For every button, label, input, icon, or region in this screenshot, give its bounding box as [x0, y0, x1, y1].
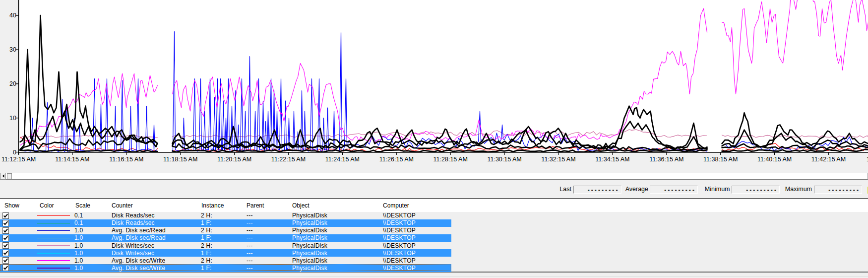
svg-text:11:14:15 AM: 11:14:15 AM: [55, 156, 89, 163]
svg-text:11:40:15 AM: 11:40:15 AM: [757, 156, 792, 163]
svg-text:11:12:15 AM: 11:12:15 AM: [1, 156, 36, 163]
svg-text:11:30:15 AM: 11:30:15 AM: [487, 156, 521, 163]
svg-text:20: 20: [9, 80, 16, 87]
svg-text:11:42:15 AM: 11:42:15 AM: [811, 156, 846, 163]
svg-text:0: 0: [13, 149, 16, 156]
svg-text:11:38:15 AM: 11:38:15 AM: [703, 156, 738, 163]
svg-text:11:36:15 AM: 11:36:15 AM: [649, 156, 683, 163]
svg-text:11:20:15 AM: 11:20:15 AM: [217, 156, 251, 163]
svg-text:11:34:15 AM: 11:34:15 AM: [595, 156, 629, 163]
svg-text:11:28:15 AM: 11:28:15 AM: [434, 156, 468, 163]
svg-text:30: 30: [9, 46, 16, 53]
svg-text:10: 10: [9, 115, 16, 122]
svg-text:11:18:15 AM: 11:18:15 AM: [163, 156, 197, 163]
svg-text:40: 40: [9, 12, 16, 19]
svg-text:11:26:15 AM: 11:26:15 AM: [379, 156, 414, 163]
svg-text:11:22:15 AM: 11:22:15 AM: [271, 156, 306, 163]
svg-text:11:32:15 AM: 11:32:15 AM: [541, 156, 575, 163]
svg-text:11:24:15 AM: 11:24:15 AM: [325, 156, 360, 163]
svg-text:11:16:15 AM: 11:16:15 AM: [109, 156, 143, 163]
